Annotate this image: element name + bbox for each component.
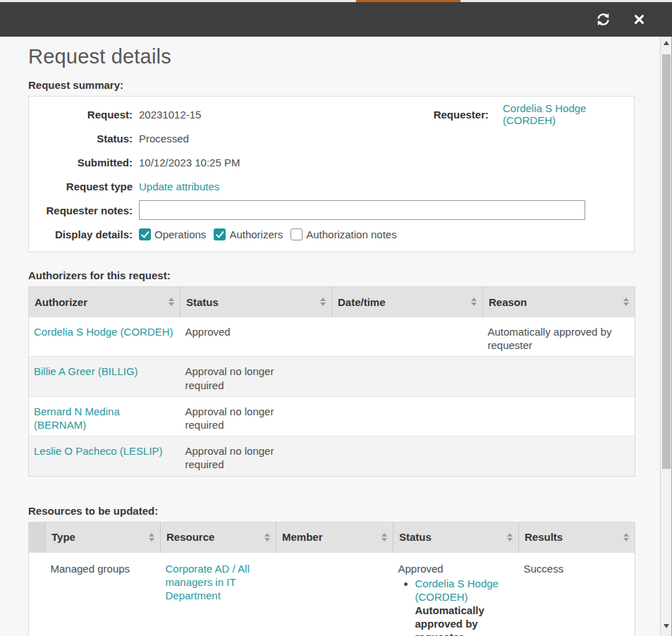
sort-icon bbox=[320, 298, 326, 306]
authorizer-link[interactable]: Billie A Greer (BILLIG) bbox=[34, 365, 138, 377]
resource-status: Approved bbox=[398, 563, 444, 575]
authorizer-status: Approval no longer required bbox=[185, 405, 297, 432]
resources-table: Type Resource Member Status Results Mana… bbox=[28, 522, 635, 636]
requester-link[interactable]: Cordelia S Hodge (CORDEH) bbox=[503, 102, 634, 126]
display-details-options: Operations Authorizers Authorization not… bbox=[139, 228, 397, 240]
authorizer-status: Approved bbox=[185, 325, 297, 338]
status-detail-authorizer-link[interactable]: Cordelia S Hodge (CORDEH) bbox=[415, 577, 499, 603]
datetime-column-header[interactable]: Date/time bbox=[332, 287, 483, 317]
display-details-row: Display details: Operations Authorizers bbox=[29, 222, 634, 246]
resource-status-cell: Approved Cordelia S Hodge (CORDEH) Autom… bbox=[393, 552, 519, 636]
sort-icon bbox=[169, 298, 174, 306]
request-type-row: Request type Update attributes bbox=[29, 174, 634, 198]
resources-heading: Resources to be updated: bbox=[28, 505, 635, 517]
resource-results: Success bbox=[524, 563, 564, 575]
status-detail-list: Cordelia S Hodge (CORDEH) Automatically … bbox=[398, 577, 513, 636]
request-row: Request: 20231012-15 Requester: Cordelia… bbox=[29, 102, 634, 126]
authorization-notes-checkbox[interactable] bbox=[291, 228, 303, 240]
resource-row: Managed groups Corporate AD / All manage… bbox=[29, 552, 635, 636]
authorizers-checkbox-label: Authorizers bbox=[229, 228, 283, 240]
sort-icon bbox=[264, 533, 270, 542]
sort-icon bbox=[471, 298, 477, 306]
row-selector-column-header bbox=[29, 522, 46, 552]
member-column-header[interactable]: Member bbox=[276, 522, 393, 552]
scroll-up-button[interactable] bbox=[661, 37, 672, 49]
display-details-label: Display details: bbox=[29, 228, 133, 240]
authorizer-column-header[interactable]: Authorizer bbox=[29, 287, 181, 317]
resource-separator: / bbox=[229, 563, 238, 575]
requester-notes-label: Requester notes: bbox=[29, 204, 133, 216]
dialog-titlebar bbox=[0, 2, 672, 37]
close-button[interactable] bbox=[633, 13, 645, 25]
status-detail-item: Cordelia S Hodge (CORDEH) Automatically … bbox=[415, 577, 513, 636]
resources-header-row: Type Resource Member Status Results bbox=[29, 522, 635, 552]
authorizer-status: Approval no longer required bbox=[185, 444, 297, 471]
row-selector-cell bbox=[29, 552, 46, 636]
authorizer-row: Cordelia S Hodge (CORDEH) Approved Autom… bbox=[29, 317, 635, 357]
sort-icon bbox=[381, 533, 387, 542]
status-value: Processed bbox=[139, 133, 189, 145]
operations-checkbox-label: Operations bbox=[154, 228, 206, 240]
authorizer-row: Leslie O Pacheco (LESLIP) Approval no lo… bbox=[29, 436, 635, 476]
request-summary-heading: Request summary: bbox=[28, 79, 635, 91]
submitted-value: 10/12/2023 10:25 PM bbox=[139, 157, 240, 169]
request-type-link[interactable]: Update attributes bbox=[139, 181, 219, 192]
request-summary-panel: Request: 20231012-15 Requester: Cordelia… bbox=[28, 96, 635, 252]
reason-column-header[interactable]: Reason bbox=[483, 287, 635, 317]
refresh-button[interactable] bbox=[596, 12, 611, 27]
results-column-header[interactable]: Results bbox=[519, 522, 635, 552]
status-column-header[interactable]: Status bbox=[181, 287, 332, 317]
requester-label: Requester: bbox=[410, 109, 489, 121]
sort-icon bbox=[623, 533, 629, 542]
authorizer-reason: Automatically approved by requester bbox=[488, 326, 612, 351]
sort-icon bbox=[507, 533, 513, 542]
authorizer-status: Approval no longer required bbox=[185, 365, 297, 391]
request-type-label: Request type bbox=[29, 181, 133, 192]
requester-notes-input[interactable] bbox=[139, 200, 585, 220]
sort-icon bbox=[623, 298, 629, 306]
scroll-down-icon bbox=[664, 624, 669, 628]
refresh-icon bbox=[596, 12, 611, 27]
authorizers-heading: Authorizers for this request: bbox=[28, 269, 635, 281]
scrollbar-thumb[interactable] bbox=[662, 54, 671, 469]
authorizers-table: Authorizer Status Date/time Reason Corde… bbox=[28, 286, 635, 477]
authorizer-row: Bernard N Medina (BERNAM) Approval no lo… bbox=[29, 396, 635, 436]
resource-type: Managed groups bbox=[51, 563, 130, 575]
submitted-label: Submitted: bbox=[29, 157, 133, 169]
status-row: Status: Processed bbox=[29, 126, 634, 150]
requester-group: Requester: Cordelia S Hodge (CORDEH) bbox=[410, 102, 634, 126]
resource-container-link[interactable]: Corporate AD bbox=[166, 563, 230, 575]
status-detail-note: Automatically approved by requester bbox=[415, 604, 513, 636]
page-title: Request details bbox=[28, 45, 635, 68]
operations-checkbox[interactable] bbox=[139, 228, 151, 240]
status-label: Status: bbox=[29, 133, 133, 145]
authorizer-link[interactable]: Bernard N Medina (BERNAM) bbox=[34, 405, 120, 431]
requester-notes-row: Requester notes: bbox=[29, 198, 634, 222]
type-column-header[interactable]: Type bbox=[46, 522, 161, 552]
scroll-up-icon bbox=[664, 41, 669, 45]
authorization-notes-checkbox-label: Authorization notes bbox=[306, 228, 396, 240]
submitted-row: Submitted: 10/12/2023 10:25 PM bbox=[29, 150, 634, 174]
close-icon bbox=[633, 13, 645, 25]
authorizer-link[interactable]: Cordelia S Hodge (CORDEH) bbox=[34, 326, 173, 338]
dialog-content: Request details Request summary: Request… bbox=[0, 37, 660, 636]
authorizer-row: Billie A Greer (BILLIG) Approval no long… bbox=[29, 357, 635, 396]
request-details-dialog: Request details Request summary: Request… bbox=[0, 0, 672, 636]
scroll-down-button[interactable] bbox=[661, 620, 672, 632]
request-value: 20231012-15 bbox=[139, 109, 201, 121]
sort-icon bbox=[149, 533, 154, 542]
authorizers-checkbox-group[interactable]: Authorizers bbox=[214, 228, 283, 240]
authorizer-link[interactable]: Leslie O Pacheco (LESLIP) bbox=[34, 445, 163, 457]
resource-column-header[interactable]: Resource bbox=[161, 522, 276, 552]
operations-checkbox-group[interactable]: Operations bbox=[139, 228, 206, 240]
authorizers-header-row: Authorizer Status Date/time Reason bbox=[29, 287, 635, 317]
status-column-header[interactable]: Status bbox=[393, 522, 519, 552]
authorization-notes-checkbox-group[interactable]: Authorization notes bbox=[291, 228, 396, 240]
resource-cell: Corporate AD / All managers in IT Depart… bbox=[161, 552, 276, 636]
authorizers-checkbox[interactable] bbox=[214, 228, 226, 240]
request-label: Request: bbox=[29, 109, 133, 121]
vertical-scrollbar[interactable] bbox=[660, 37, 672, 636]
